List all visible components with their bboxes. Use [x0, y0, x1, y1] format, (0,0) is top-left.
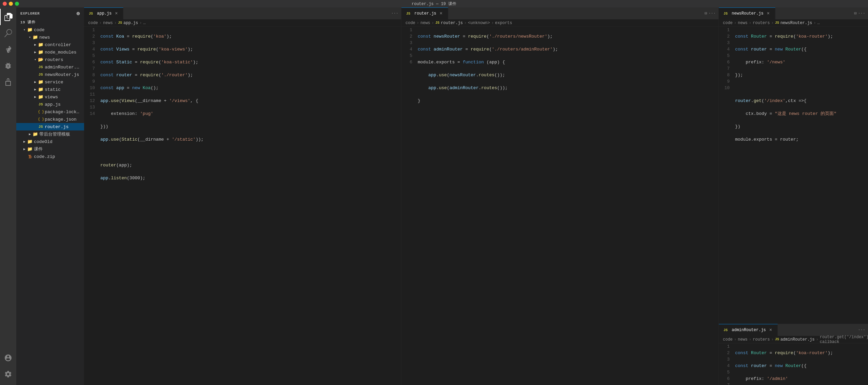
close-button[interactable] — [3, 2, 7, 6]
folder-icon: 📁 — [38, 49, 43, 55]
code-editor-right-top[interactable]: 1 2 3 4 5 6 7 8 9 10 const Router = requ… — [719, 27, 868, 324]
tab-adminrouter[interactable]: JS adminRouter.js × — [719, 324, 778, 336]
breadcrumb-code[interactable]: code — [406, 21, 415, 25]
breadcrumb-dots[interactable]: … — [143, 21, 145, 25]
tree-item-news[interactable]: ▾ 📁 news — [16, 34, 84, 41]
breadcrumb-news[interactable]: news — [738, 337, 748, 342]
tree-label: app.js — [45, 102, 81, 107]
source-control-icon[interactable] — [0, 41, 16, 58]
window-controls[interactable] — [3, 2, 19, 6]
ellipsis-icon[interactable]: ··· — [858, 328, 865, 332]
tree-label: news — [39, 35, 81, 40]
breadcrumb-routers[interactable]: routers — [753, 337, 770, 342]
breadcrumb-dots[interactable]: … — [817, 21, 820, 25]
tree-item-template[interactable]: ▶ 📁 带后台管理模板 — [16, 130, 84, 138]
folder-icon: 📁 — [38, 94, 43, 100]
breadcrumb-news[interactable]: news — [103, 21, 113, 25]
extensions-icon[interactable] — [0, 74, 16, 90]
breadcrumb-code[interactable]: code — [723, 337, 733, 342]
explorer-actions[interactable]: ⊕ — [77, 10, 80, 17]
tree-item-views[interactable]: ▶ 📁 views — [16, 93, 84, 101]
split-icon[interactable]: ⊟ — [705, 11, 707, 16]
tab-appjs[interactable]: JS app.js × — [84, 7, 123, 19]
tree-item-node-modules[interactable]: ▶ 📁 node_modules — [16, 48, 84, 56]
tree-arrow: ▾ — [33, 58, 38, 62]
tree-item-keijian[interactable]: ▶ 📁 课件 — [16, 145, 84, 153]
editor-group-middle: JS router.js × ⊟ ··· code › news › JS ro… — [401, 7, 719, 385]
code-content-right-top: const Router = require('koa-router'); co… — [732, 27, 868, 324]
tree-item-codezip[interactable]: 🗜 code.zip — [16, 153, 84, 160]
ellipsis-icon[interactable]: ··· — [391, 11, 398, 16]
tree-label: router.js — [45, 124, 81, 129]
tree-label: package.json — [45, 117, 81, 122]
folder-icon: 📁 — [38, 42, 43, 47]
tab-label: adminRouter.js — [732, 328, 766, 332]
debug-icon[interactable] — [0, 58, 16, 74]
ellipsis-icon[interactable]: ··· — [708, 11, 716, 16]
tree-label: code.zip — [34, 154, 81, 159]
tab-label: newsRouter.js — [732, 11, 764, 16]
split-icon[interactable]: ⊟ — [854, 11, 856, 16]
tab-icon: JS — [723, 328, 728, 332]
tree-arrow: ▶ — [33, 87, 38, 92]
window-title: router.js — 19 课件 — [412, 1, 456, 7]
tree-label: 课件 — [34, 146, 81, 152]
folder-icon: 📁 — [33, 131, 38, 137]
breadcrumb-unknown[interactable]: <unknown> — [468, 21, 490, 25]
breadcrumb-exports[interactable]: exports — [495, 21, 512, 25]
explorer-title: EXPLORER — [20, 12, 40, 16]
tab-actions: ··· — [388, 7, 401, 19]
tab-close-button[interactable]: × — [114, 11, 119, 16]
tree-arrow: ▶ — [22, 140, 27, 144]
tab-routerjs[interactable]: JS router.js × — [401, 7, 448, 19]
breadcrumb-file-icon: JS — [118, 21, 122, 25]
breadcrumb-news[interactable]: news — [420, 21, 430, 25]
search-icon[interactable] — [0, 25, 16, 41]
tab-close-button[interactable]: × — [766, 11, 771, 16]
minimize-button[interactable] — [9, 2, 13, 6]
ellipsis-icon[interactable]: ··· — [858, 11, 865, 16]
tab-close-button[interactable]: × — [768, 327, 773, 333]
tree-item-package[interactable]: { } package.json — [16, 116, 84, 123]
explorer-icon[interactable] — [0, 9, 16, 25]
breadcrumb-code[interactable]: code — [723, 21, 733, 25]
tree-label: newsRouter.js — [45, 72, 81, 77]
code-editor-left[interactable]: 1 2 3 4 5 6 7 8 9 10 11 12 13 14 — [84, 27, 401, 385]
tab-newsrouter[interactable]: JS newsRouter.js × — [719, 7, 775, 19]
maximize-button[interactable] — [15, 2, 19, 6]
tree-item-controller[interactable]: ▶ 📁 controller — [16, 41, 84, 48]
breadcrumb-routerjs: router.js — [441, 21, 463, 25]
code-editor-right-bottom[interactable]: 1 2 3 4 5 6 7 8 const Router = require('… — [719, 343, 868, 385]
settings-icon[interactable] — [0, 366, 16, 382]
tree-item-service[interactable]: ▶ 📁 service — [16, 78, 84, 86]
account-icon[interactable] — [0, 350, 16, 366]
tree-item-package-lock[interactable]: { } package-lock.json — [16, 108, 84, 116]
breadcrumb-code[interactable]: code — [88, 21, 98, 25]
tree-item-appjs[interactable]: JS app.js — [16, 101, 84, 108]
tab-close-button[interactable]: × — [438, 11, 444, 16]
tree-item-codeOld[interactable]: ▶ 📁 codeOld — [16, 138, 84, 145]
line-numbers-right-bottom: 1 2 3 4 5 6 7 8 — [719, 343, 732, 385]
breadcrumb-left: code › news › JS app.js › … — [84, 19, 401, 27]
tree-item-static[interactable]: ▶ 📁 static — [16, 86, 84, 93]
breadcrumb-callback[interactable]: router.get('/index') callback — [820, 335, 868, 344]
tree-item-code[interactable]: ▾ 📁 code — [16, 26, 84, 34]
tree-item-newsRouter[interactable]: JS newsRouter.js — [16, 71, 84, 78]
zip-file-icon: 🗜 — [27, 155, 33, 159]
new-file-icon[interactable]: ⊕ — [77, 10, 80, 17]
code-editor-middle[interactable]: 1 2 3 4 5 6 const newsRouter = require('… — [401, 27, 718, 385]
json-file-icon: { } — [38, 118, 43, 121]
js-file-icon: JS — [38, 65, 43, 69]
tree-item-routers[interactable]: ▾ 📂 routers — [16, 56, 84, 63]
tab-icon: JS — [723, 12, 728, 16]
tree-arrow: ▾ — [22, 28, 27, 32]
tree-label: codeOld — [34, 139, 81, 144]
tree-arrow: ▶ — [33, 80, 38, 84]
breadcrumb-news[interactable]: news — [738, 21, 748, 25]
breadcrumb-file-icon: JS — [775, 338, 779, 341]
breadcrumb-newsrouterjs: newsRouter.js — [781, 21, 812, 25]
tree-item-routerjs[interactable]: JS router.js — [16, 123, 84, 130]
breadcrumb-routers[interactable]: routers — [753, 21, 770, 25]
breadcrumb-adminrouterjs: adminRouter.js — [781, 337, 815, 342]
tree-item-adminRouter[interactable]: JS adminRouter.js — [16, 63, 84, 71]
